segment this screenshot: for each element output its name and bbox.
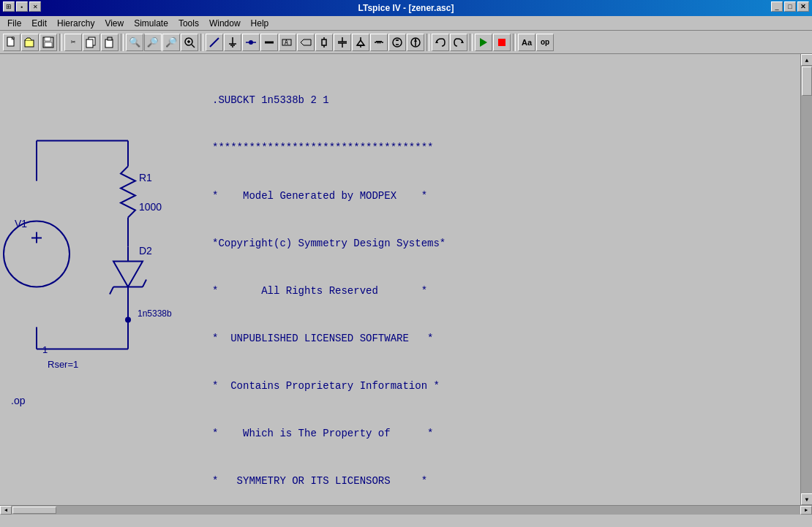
svg-line-10: [192, 45, 195, 48]
svg-text:.op: .op: [11, 395, 26, 406]
scrollbar-horizontal[interactable]: ◄ ►: [0, 505, 812, 514]
menu-bar: File Edit Hierarchy View Simulate Tools …: [0, 16, 812, 31]
svg-rect-25: [322, 39, 326, 45]
svg-line-13: [210, 38, 219, 47]
toolbar-current-source[interactable]: [407, 34, 424, 51]
menu-simulate[interactable]: Simulate: [129, 17, 173, 30]
code-line-3: *Copyright(c) Symmetry Design Systems*: [212, 236, 786, 252]
toolbar-capacitor[interactable]: [334, 34, 351, 51]
code-line-6: * Contains Proprietary Information *: [212, 379, 786, 395]
svg-text:1: 1: [42, 344, 48, 355]
toolbar-sep1: [59, 34, 62, 51]
canvas-area[interactable]: R1 1000 D2: [0, 54, 800, 505]
menu-hierarchy[interactable]: Hierarchy: [53, 17, 99, 30]
scroll-h-thumb[interactable]: [12, 507, 56, 514]
code-line-5: * UNPUBLISHED LICENSED SOFTWARE *: [212, 331, 786, 347]
svg-text:D2: D2: [139, 245, 152, 257]
maximize-button[interactable]: □: [784, 1, 796, 12]
toolbar-new[interactable]: [3, 34, 20, 51]
toolbar-sep4: [426, 34, 429, 51]
svg-rect-4: [45, 42, 52, 47]
svg-rect-7: [105, 39, 113, 48]
minimize-button[interactable]: _: [771, 1, 783, 12]
code-line-2: * Model Generated by MODPEX *: [212, 189, 786, 205]
svg-marker-56: [113, 262, 143, 287]
toolbar-open[interactable]: [21, 34, 39, 51]
toolbar-paste[interactable]: [101, 34, 119, 51]
menu-file[interactable]: File: [3, 17, 26, 30]
scroll-left-button[interactable]: ◄: [0, 506, 12, 515]
toolbar-text-size[interactable]: Aa: [518, 34, 535, 51]
svg-text:A: A: [285, 39, 288, 46]
window-title: LTspice IV - [zener.asc]: [358, 3, 454, 13]
toolbar-label[interactable]: A: [279, 34, 296, 51]
move-icon[interactable]: ✕: [29, 1, 41, 12]
toolbar-ground[interactable]: [224, 34, 241, 51]
title-bar-left-icons: ⊞ ▪ ✕: [3, 1, 41, 12]
toolbar-undo[interactable]: [432, 34, 449, 51]
code-line-1: ************************************: [212, 140, 786, 156]
toolbar-resistor[interactable]: [315, 34, 333, 51]
svg-rect-6: [86, 39, 93, 48]
menu-tools[interactable]: Tools: [174, 17, 203, 30]
toolbar-sep5: [470, 34, 473, 51]
toolbar-zoom-fit[interactable]: 🔎: [162, 34, 180, 51]
toolbar-run[interactable]: [475, 34, 492, 51]
svg-line-59: [143, 280, 146, 287]
toolbar-voltage-source[interactable]: [388, 34, 406, 51]
svg-text:Rser=1: Rser=1: [48, 359, 78, 370]
menu-edit[interactable]: Edit: [27, 17, 51, 30]
toolbar-halt[interactable]: [493, 34, 511, 51]
svg-text:V1: V1: [15, 218, 27, 230]
toolbar-junction[interactable]: [242, 34, 260, 51]
scroll-h-track[interactable]: [12, 506, 800, 515]
code-line-4: * All Rights Reserved *: [212, 284, 786, 300]
svg-rect-1: [25, 40, 34, 47]
title-bar: ⊞ ▪ ✕ LTspice IV - [zener.asc] _ □ ✕: [0, 0, 812, 16]
menu-view[interactable]: View: [100, 17, 128, 30]
toolbar-cut[interactable]: ✂: [64, 34, 82, 51]
toolbar-op-label[interactable]: op: [536, 34, 554, 51]
toolbar-save[interactable]: [40, 34, 57, 51]
close-button[interactable]: ✕: [797, 1, 809, 12]
toolbar-zoom-out[interactable]: 🔍: [144, 34, 162, 51]
svg-text:R1: R1: [139, 172, 152, 183]
scroll-track[interactable]: [801, 66, 812, 493]
toolbar-wire[interactable]: [206, 34, 223, 51]
toolbar-zoom-in[interactable]: 🔍: [126, 34, 143, 51]
svg-point-37: [393, 38, 402, 47]
svg-text:1000: 1000: [139, 201, 162, 213]
toolbar-inductor[interactable]: [370, 34, 388, 51]
toolbar-copy[interactable]: [83, 34, 100, 51]
scroll-up-button[interactable]: ▲: [801, 54, 812, 66]
menu-help[interactable]: Help: [247, 17, 274, 30]
code-display: .SUBCKT 1n5338b 2 1 ********************…: [212, 61, 786, 498]
toolbar-zoom-sel[interactable]: [181, 34, 198, 51]
svg-rect-47: [498, 39, 505, 46]
code-line-7: * Which is The Property of *: [212, 426, 786, 442]
svg-point-65: [4, 221, 69, 287]
title-bar-buttons: _ □ ✕: [771, 1, 809, 12]
scroll-right-button[interactable]: ►: [800, 506, 812, 515]
scrollbar-vertical[interactable]: ▲ ▼: [800, 54, 812, 505]
toolbar-sep6: [513, 34, 516, 51]
status-bar: [0, 514, 812, 527]
svg-marker-46: [480, 38, 487, 47]
toolbar-redo[interactable]: [450, 34, 467, 51]
toolbar-bus[interactable]: [260, 34, 278, 51]
svg-point-19: [249, 40, 253, 45]
svg-text:1n5338b: 1n5338b: [138, 308, 172, 319]
code-line-0: .SUBCKT 1n5338b 2 1: [212, 93, 786, 109]
toolbar-port[interactable]: [297, 34, 315, 51]
svg-marker-23: [301, 39, 311, 45]
scroll-down-button[interactable]: ▼: [801, 493, 812, 505]
svg-rect-8: [108, 37, 112, 40]
restore-icon[interactable]: ▪: [16, 1, 28, 12]
system-menu-icon[interactable]: ⊞: [3, 1, 15, 12]
toolbar: ✂ 🔍 🔍 🔎 A: [0, 31, 812, 54]
menu-window[interactable]: Window: [205, 17, 245, 30]
toolbar-sep3: [200, 34, 203, 51]
svg-marker-32: [357, 40, 364, 45]
toolbar-diode[interactable]: [352, 34, 369, 51]
scroll-thumb[interactable]: [802, 67, 812, 96]
